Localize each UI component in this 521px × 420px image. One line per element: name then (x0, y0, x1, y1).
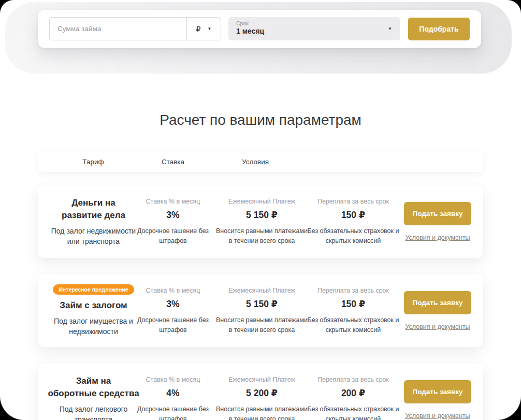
overpayment-label: Переплата за весь срок (317, 376, 389, 383)
loan-amount-group: ₽ ▼ (49, 17, 221, 40)
loan-amount-input[interactable] (50, 18, 186, 40)
overpayment-value: 150 ₽ (341, 299, 365, 310)
payment-label: Ежемесячный Платеж (228, 198, 295, 205)
offer-subtitle: Под залог легкового транспорта (60, 404, 128, 420)
term-select[interactable]: Срок 1 месяц ▼ (228, 17, 400, 40)
payment-label: Ежемесячный Платеж (228, 376, 295, 383)
payment-note: Вносится равными платежами в течении все… (216, 315, 308, 334)
tariff-column: Интересное предложение Займ с залогом По… (40, 274, 147, 347)
featured-offer-badge: Интересное предложение (53, 284, 134, 295)
offer-card: Займ на оборотные средства Под залог лег… (38, 364, 483, 420)
overpayment-column: Переплата за весь срок 150 ₽ Без обязате… (297, 274, 410, 347)
rate-label: Ставка % в месяц (146, 198, 200, 205)
offer-card: Деньги на развитие дела Под залог недвиж… (38, 185, 483, 258)
payment-value: 5 150 ₽ (246, 210, 278, 221)
offer-card: Интересное предложение Займ с залогом По… (38, 274, 483, 347)
offer-subtitle: Под залог недвижимости или транспорта (51, 226, 136, 247)
term-value: 1 месяц (236, 27, 383, 35)
rate-note: Досрочное гашение без штрафов (137, 404, 209, 420)
payment-note: Вносится равными платежами в течении все… (216, 404, 308, 420)
column-header-rate: Ставка (162, 151, 184, 172)
column-header-conditions: Условия (242, 151, 269, 172)
terms-and-documents-link[interactable]: Условия и документы (405, 412, 470, 419)
rate-value: 3% (166, 210, 179, 221)
offer-subtitle: Под залог имущества и недвижимости (54, 316, 133, 337)
rate-label: Ставка % в месяц (146, 376, 200, 383)
payment-label: Ежемесячный Платеж (228, 287, 295, 294)
payment-note: Вносится равными платежами в течении все… (216, 226, 308, 245)
chevron-down-icon: ▼ (208, 27, 212, 31)
chevron-down-icon: ▼ (388, 27, 392, 31)
terms-and-documents-link[interactable]: Условия и документы (405, 323, 470, 330)
payment-value: 5 150 ₽ (246, 299, 278, 310)
overpayment-label: Переплата за весь срок (317, 287, 389, 294)
rate-column: Ставка % в месяц 4% Досрочное гашение бе… (134, 364, 212, 420)
results-table-header: Тариф Ставка Условия (38, 151, 483, 172)
offer-title: Займ на оборотные средства (48, 375, 139, 400)
terms-and-documents-link[interactable]: Условия и документы (405, 234, 470, 241)
term-label: Срок (236, 20, 383, 26)
apply-button[interactable]: Подать заявку (404, 202, 471, 225)
rate-note: Досрочное гашение без штрафов (137, 226, 209, 245)
column-header-tariff: Тариф (82, 151, 104, 172)
overpayment-note: Без обязательных страховок и скрытых ком… (308, 315, 399, 334)
offer-title: Деньги на развитие дела (62, 197, 125, 222)
overpayment-note: Без обязательных страховок и скрытых ком… (308, 226, 399, 245)
page-title: Расчет по вашим параметрам (0, 112, 521, 128)
rate-column: Ставка % в месяц 3% Досрочное гашение бе… (134, 185, 212, 258)
rate-column: Ставка % в месяц 3% Досрочное гашение бе… (134, 274, 212, 347)
overpayment-value: 150 ₽ (341, 210, 365, 221)
action-column: Подать заявку Условия и документы (404, 364, 471, 420)
rate-note: Досрочное гашение без штрафов (137, 315, 209, 334)
rate-value: 3% (166, 299, 179, 310)
payment-value: 5 200 ₽ (246, 388, 278, 399)
loan-calculator-page: ₽ ▼ Срок 1 месяц ▼ Подобрать Расчет по в… (0, 0, 521, 420)
find-loan-button[interactable]: Подобрать (408, 18, 470, 40)
overpayment-label: Переплата за весь срок (317, 198, 389, 205)
tariff-column: Займ на оборотные средства Под залог лег… (40, 364, 147, 420)
search-panel: ₽ ▼ Срок 1 месяц ▼ Подобрать (38, 10, 481, 48)
rate-label: Ставка % в месяц (146, 287, 200, 294)
ruble-icon: ₽ (196, 25, 201, 33)
overpayment-column: Переплата за весь срок 150 ₽ Без обязате… (297, 185, 410, 258)
overpayment-note: Без обязательных страховок и скрытых ком… (308, 404, 399, 420)
currency-select[interactable]: ₽ ▼ (186, 18, 221, 40)
apply-button[interactable]: Подать заявку (404, 291, 471, 314)
tariff-column: Деньги на развитие дела Под залог недвиж… (40, 185, 147, 258)
apply-button[interactable]: Подать заявку (404, 380, 471, 403)
overpayment-column: Переплата за весь срок 200 ₽ Без обязате… (297, 364, 410, 420)
action-column: Подать заявку Условия и документы (404, 274, 471, 347)
action-column: Подать заявку Условия и документы (404, 185, 471, 258)
rate-value: 4% (166, 388, 179, 399)
overpayment-value: 200 ₽ (341, 388, 365, 399)
offer-title: Займ с залогом (60, 299, 127, 312)
